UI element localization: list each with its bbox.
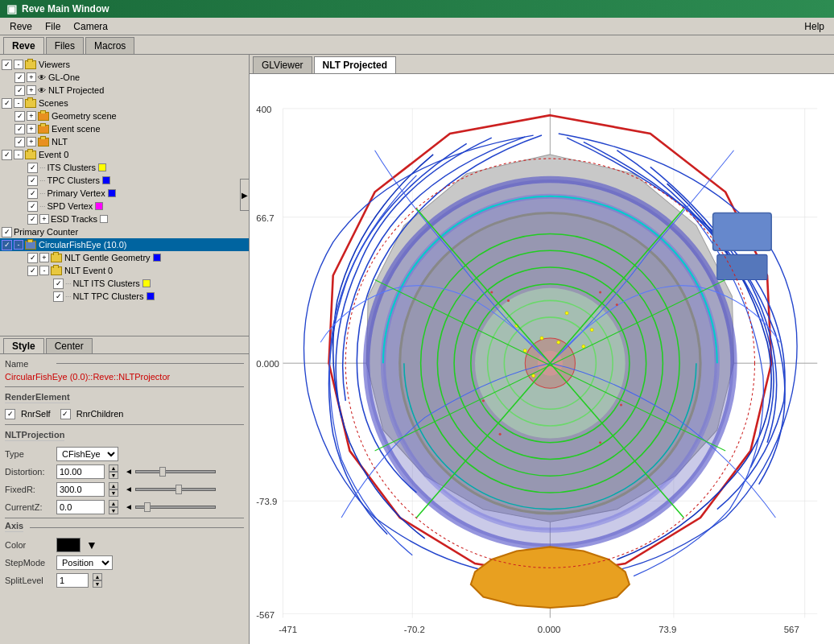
tab-reve[interactable]: Reve xyxy=(3,37,44,54)
expand-scenes[interactable]: - xyxy=(14,98,23,108)
checkbox-event-scene[interactable] xyxy=(14,124,25,134)
panel-expand-arrow[interactable]: ▶ xyxy=(240,179,249,211)
expand-nlt-event0[interactable]: - xyxy=(39,266,49,275)
checkbox-nlt-its[interactable] xyxy=(53,279,64,289)
tree-item-nlt[interactable]: + NLT xyxy=(13,135,249,148)
tree-item-nlt-gentle[interactable]: + NLT Gentle Geometry xyxy=(26,251,249,264)
label-nlt-gentle[interactable]: NLT Gentle Geometry xyxy=(64,253,151,262)
tree-item-nlt-projected[interactable]: + 👁 NLT Projected xyxy=(13,84,249,97)
checkbox-nlt-tpc[interactable] xyxy=(53,291,64,302)
label-esd[interactable]: ESD Tracks xyxy=(51,214,97,224)
expand-viewers[interactable]: - xyxy=(14,60,23,69)
expand-event-scene[interactable]: + xyxy=(27,124,36,134)
color-picker-arrow[interactable]: ▼ xyxy=(86,539,97,551)
tab-center[interactable]: Center xyxy=(46,338,93,353)
currentz-down[interactable]: ▼ xyxy=(109,507,118,514)
tree-item-nlt-tpc[interactable]: ··· NLT TPC Clusters xyxy=(52,290,249,303)
checkbox-event0[interactable] xyxy=(2,150,12,160)
distortion-slider-track[interactable] xyxy=(135,470,216,473)
label-tpc[interactable]: TPC Clusters xyxy=(47,175,100,185)
label-fisheye[interactable]: CircularFishEye (10.0) xyxy=(39,240,126,250)
checkbox-tpc[interactable] xyxy=(27,175,38,186)
checkbox-viewers[interactable] xyxy=(2,60,12,70)
checkbox-geo-scene[interactable] xyxy=(14,111,25,122)
tree-item-pv[interactable]: ··· Primary Vertex xyxy=(26,187,249,200)
menu-reve[interactable]: Reve xyxy=(3,19,39,34)
tree-scroll[interactable]: - Viewers + 👁 GL-One + 👁 NLT Projected xyxy=(0,55,249,336)
label-gl-one[interactable]: GL-One xyxy=(48,72,80,82)
tree-item-geo-scene[interactable]: + Geometry scene xyxy=(13,109,249,122)
label-nlt[interactable]: NLT xyxy=(52,137,68,147)
label-its[interactable]: ITS Clusters xyxy=(47,163,97,172)
viz-canvas[interactable]: 400 66.7 0.000 -73.9 -567 -471 -70.2 0.0… xyxy=(250,74,834,644)
expand-fisheye[interactable]: - xyxy=(14,240,23,250)
label-nlt-tpc[interactable]: NLT TPC Clusters xyxy=(73,291,144,301)
checkbox-rnrchildren[interactable] xyxy=(60,409,71,419)
distortion-up[interactable]: ▲ xyxy=(109,464,118,472)
type-select[interactable]: CFishEye Cylindrical xyxy=(56,447,118,461)
fixedr-up[interactable]: ▲ xyxy=(109,482,118,489)
distortion-slider-thumb[interactable] xyxy=(159,467,166,477)
label-geo-scene[interactable]: Geometry scene xyxy=(52,111,117,121)
tree-item-nlt-its[interactable]: ··· NLT ITS Clusters xyxy=(52,277,249,290)
stepmode-select[interactable]: Position Rotation xyxy=(56,555,113,570)
splitlevel-spinner[interactable]: ▲ ▼ xyxy=(93,573,102,588)
tab-glviewer[interactable]: GLViewer xyxy=(253,56,312,73)
label-pv[interactable]: Primary Vertex xyxy=(47,188,105,198)
checkbox-its[interactable] xyxy=(27,163,38,173)
canvas-area[interactable]: 400 66.7 0.000 -73.9 -567 -471 -70.2 0.0… xyxy=(250,74,834,644)
tab-style[interactable]: Style xyxy=(3,338,44,353)
tree-item-nlt-event0[interactable]: - NLT Event 0 xyxy=(26,264,249,277)
expand-geo-scene[interactable]: + xyxy=(27,111,36,121)
menu-camera[interactable]: Camera xyxy=(67,19,114,34)
tree-item-tpc[interactable]: ··· TPC Clusters xyxy=(26,174,249,187)
expand-gl-one[interactable]: + xyxy=(27,72,36,82)
fixedr-down[interactable]: ▼ xyxy=(109,489,118,497)
currentz-spinner[interactable]: ▲ ▼ xyxy=(109,500,118,514)
label-counter[interactable]: Primary Counter xyxy=(14,227,78,237)
tab-macros[interactable]: Macros xyxy=(85,37,134,54)
color-swatch[interactable] xyxy=(56,538,81,552)
checkbox-spd[interactable] xyxy=(27,201,38,212)
distortion-spinner[interactable]: ▲ ▼ xyxy=(109,464,118,479)
currentz-slider-track[interactable] xyxy=(135,506,216,509)
tree-item-viewers[interactable]: - Viewers xyxy=(0,58,249,71)
tab-nlt-projected[interactable]: NLT Projected xyxy=(314,56,396,73)
splitlevel-input[interactable] xyxy=(56,573,89,588)
currentz-up[interactable]: ▲ xyxy=(109,500,118,507)
tree-item-esd[interactable]: + ESD Tracks xyxy=(26,213,249,225)
currentz-input[interactable] xyxy=(56,500,105,514)
label-viewers[interactable]: Viewers xyxy=(39,60,70,69)
label-event0[interactable]: Event 0 xyxy=(39,150,68,159)
expand-nlt-projected[interactable]: + xyxy=(27,85,36,95)
tree-item-counter[interactable]: Primary Counter xyxy=(0,225,249,238)
checkbox-esd[interactable] xyxy=(27,214,38,225)
splitlevel-up[interactable]: ▲ xyxy=(93,573,102,580)
expand-event0[interactable]: - xyxy=(14,150,23,159)
distortion-input[interactable] xyxy=(56,464,105,479)
checkbox-counter[interactable] xyxy=(2,227,12,237)
tree-item-its[interactable]: ··· ITS Clusters xyxy=(26,161,249,174)
distortion-down[interactable]: ▼ xyxy=(109,472,118,479)
menu-help[interactable]: Help xyxy=(798,19,831,34)
tree-item-scenes[interactable]: - Scenes xyxy=(0,97,249,109)
expand-nlt[interactable]: + xyxy=(27,137,36,147)
label-nlt-its[interactable]: NLT ITS Clusters xyxy=(73,279,140,288)
label-event-scene[interactable]: Event scene xyxy=(52,124,101,134)
checkbox-rnrself[interactable] xyxy=(5,409,15,419)
fixedr-slider-track[interactable] xyxy=(135,488,216,491)
label-scenes[interactable]: Scenes xyxy=(39,98,68,108)
currentz-slider-thumb[interactable] xyxy=(144,502,151,512)
splitlevel-down[interactable]: ▼ xyxy=(93,580,102,588)
tab-files[interactable]: Files xyxy=(46,37,84,54)
checkbox-nlt-projected[interactable] xyxy=(14,85,25,96)
checkbox-nlt-gentle[interactable] xyxy=(27,253,38,263)
checkbox-nlt[interactable] xyxy=(14,137,25,147)
fixedr-input[interactable] xyxy=(56,482,105,497)
fixedr-slider-thumb[interactable] xyxy=(175,485,182,494)
checkbox-fisheye[interactable] xyxy=(2,240,12,250)
checkbox-pv[interactable] xyxy=(27,188,38,199)
label-spd[interactable]: SPD Vertex xyxy=(47,201,93,211)
menu-file[interactable]: File xyxy=(39,19,67,34)
expand-esd[interactable]: + xyxy=(39,214,49,224)
